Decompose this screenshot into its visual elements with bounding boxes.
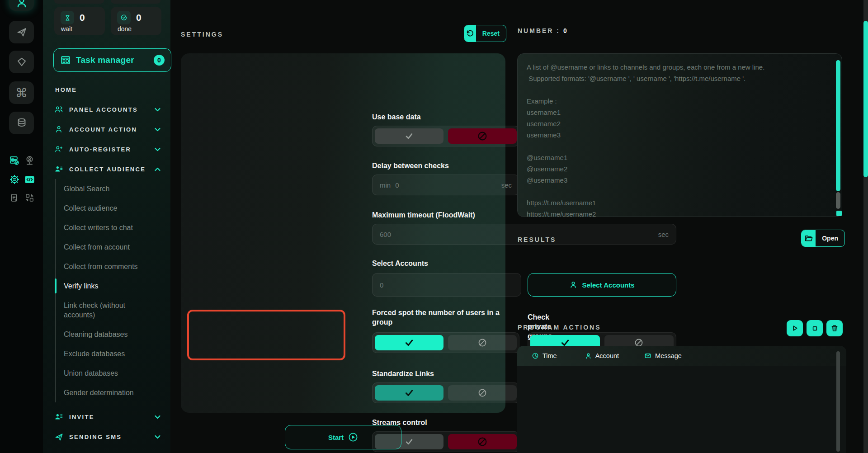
min-suffix: sec <box>501 181 512 189</box>
chevron-down-icon <box>155 108 160 112</box>
send-rail-button[interactable] <box>9 21 34 43</box>
reset-button[interactable]: Reset <box>464 25 506 42</box>
nav-label: AUTO-REGISTER <box>69 146 155 153</box>
task-manager-icon <box>60 55 71 66</box>
max-timeout-label: Maximum timeout (FloodWait) <box>372 210 475 220</box>
diamond-icon <box>16 57 27 67</box>
chevron-down-icon <box>155 435 160 439</box>
page-scrollbar-thumb[interactable] <box>863 21 868 177</box>
command-rail-button[interactable]: ⌘ <box>9 81 34 104</box>
standardize-links-yes-button[interactable] <box>375 385 443 401</box>
select-accounts-button-label: Select Accounts <box>582 281 634 289</box>
person-icon <box>585 353 592 359</box>
textarea-resize-grip[interactable] <box>836 211 842 216</box>
select-accounts-button[interactable]: Select Accounts <box>528 273 676 297</box>
submenu-label: Global Search <box>64 184 109 193</box>
clear-actions-button[interactable] <box>826 320 843 336</box>
server-check-icon[interactable] <box>9 155 19 165</box>
prohibit-icon <box>477 436 488 447</box>
sidebar-item-invite[interactable]: INVITE <box>43 407 170 427</box>
use-base-data-no-button[interactable] <box>448 128 517 144</box>
document-check-icon[interactable] <box>9 193 19 203</box>
textarea-scrollbar-track[interactable] <box>836 60 840 191</box>
submenu-item-collect-audience[interactable]: Collect audience <box>56 198 153 218</box>
command-icon: ⌘ <box>15 87 28 99</box>
submenu-item-global-search[interactable]: Global Search <box>56 179 153 198</box>
use-base-data-yes-button[interactable] <box>375 128 443 144</box>
profile-rail-button[interactable] <box>9 0 34 11</box>
submenu-label: Link check (without accounts) <box>64 301 132 320</box>
min-value: 0 <box>395 181 399 189</box>
submenu-item-verify-links[interactable]: Verify links <box>56 276 153 296</box>
sidebar-item-sending-sms[interactable]: SENDING SMS <box>43 427 170 447</box>
submenu-label: Gender determination <box>64 388 134 397</box>
table-scrollbar-thumb[interactable] <box>836 351 840 452</box>
submenu-item-collect-from-account[interactable]: Collect from account <box>56 237 153 257</box>
nav-label: COLLECT AUDIENCE <box>69 166 155 173</box>
column-time[interactable]: Time <box>532 352 557 359</box>
column-message-label: Message <box>655 352 682 359</box>
program-actions-table: Time Account Message <box>517 346 846 453</box>
submenu-item-collect-writers[interactable]: Collect writers to chat <box>56 218 153 237</box>
timeout-value: 600 <box>380 231 391 238</box>
person-network-icon[interactable] <box>24 155 35 165</box>
sidebar-item-collect-audience[interactable]: COLLECT AUDIENCE <box>43 159 170 179</box>
forced-spot-yes-button[interactable] <box>375 335 443 350</box>
check-icon <box>404 387 415 398</box>
streams-control-no-button[interactable] <box>448 434 517 449</box>
links-textarea[interactable]: A list of @username or links to channels… <box>517 53 842 217</box>
standardize-links-no-button[interactable] <box>448 385 517 401</box>
sidebar: 0 wait 0 done Task manager 0 <box>43 0 170 453</box>
submenu-item-link-check[interactable]: Link check (without accounts) <box>56 296 153 325</box>
wait-count: 0 <box>80 12 85 23</box>
diamond-rail-button[interactable] <box>9 51 34 73</box>
person-icon <box>569 281 577 289</box>
submenu-item-gender-determination[interactable]: Gender determination <box>56 383 153 402</box>
person-list-icon <box>54 165 63 173</box>
sidebar-item-home[interactable]: HOME <box>43 80 170 99</box>
code-window-icon[interactable] <box>24 174 35 185</box>
database-rail-button[interactable] <box>9 112 34 134</box>
sidebar-item-account-action[interactable]: ACCOUNT ACTION <box>43 119 170 139</box>
submenu-item-exclude-databases[interactable]: Exclude databases <box>56 344 153 363</box>
submenu-item-cleaning-databases[interactable]: Cleaning databases <box>56 325 153 344</box>
play-circle-icon <box>348 432 358 442</box>
column-message[interactable]: Message <box>644 352 682 359</box>
column-account[interactable]: Account <box>585 352 619 359</box>
task-manager-button[interactable]: Task manager 0 <box>53 48 171 72</box>
paper-plane-icon <box>54 433 63 441</box>
start-button[interactable]: Start <box>285 425 401 449</box>
submenu-item-union-databases[interactable]: Union databases <box>56 363 153 383</box>
trash-icon <box>830 324 839 332</box>
program-actions-title: PROGRAM ACTIONS <box>518 324 601 331</box>
delay-min-input[interactable]: min 0 sec <box>372 175 519 195</box>
accounts-count-input[interactable]: 0 <box>372 273 521 297</box>
person-list-icon <box>54 413 63 421</box>
open-results-button[interactable]: Open <box>801 230 845 247</box>
app-window: ⌘ <box>0 0 868 453</box>
clipped-card-top-left <box>54 0 104 4</box>
gear-icon[interactable] <box>9 174 20 185</box>
settings-card: Use base data Number of requests per acc… <box>181 53 505 413</box>
play-icon <box>791 324 799 332</box>
textarea-scrollbar-thumb[interactable] <box>836 192 840 209</box>
reset-icon <box>464 25 476 42</box>
settings-title: SETTINGS <box>181 31 223 38</box>
database-icon <box>16 118 27 128</box>
swap-boxes-icon[interactable] <box>25 193 34 203</box>
reset-label: Reset <box>476 25 506 42</box>
sidebar-item-panel-accounts[interactable]: PANEL ACCOUNTS <box>43 99 170 119</box>
use-base-data-toggle <box>372 126 519 146</box>
table-header: Time Account Message <box>517 346 846 366</box>
forced-spot-no-button[interactable] <box>448 335 517 350</box>
submenu-item-collect-from-comments[interactable]: Collect from comments <box>56 257 153 276</box>
sidebar-item-auto-register[interactable]: AUTO-REGISTER <box>43 139 170 159</box>
folder-open-icon <box>802 230 816 246</box>
task-manager-badge: 0 <box>154 55 165 66</box>
submenu-label: Collect from account <box>64 242 130 252</box>
delay-label: Delay between checks <box>372 161 449 170</box>
run-actions-button[interactable] <box>787 320 803 336</box>
results-title: RESULTS <box>518 236 556 243</box>
stop-actions-button[interactable] <box>807 320 823 336</box>
column-time-label: Time <box>542 352 557 359</box>
